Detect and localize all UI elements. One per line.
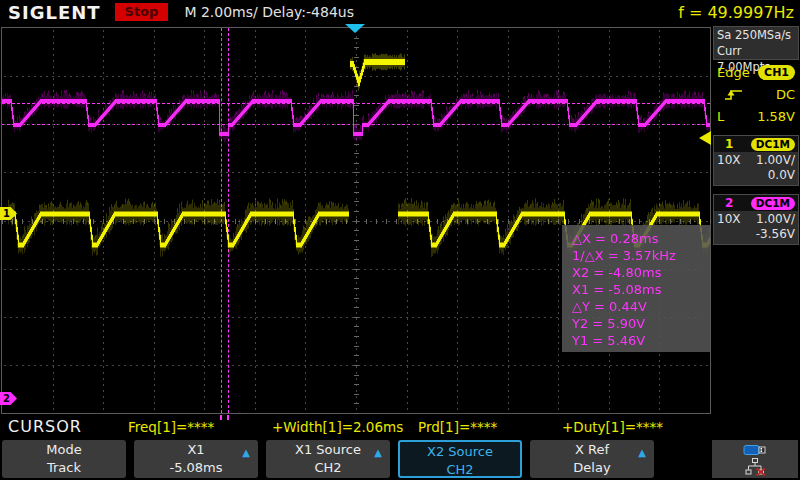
measurement-duty: +Duty[1]=**** bbox=[562, 419, 663, 435]
trigger-level-label: L bbox=[717, 109, 724, 124]
cursor-delta-y: △Y = 0.44V bbox=[572, 298, 710, 315]
acquisition-status-badge: Stop bbox=[115, 3, 169, 21]
softkey-x1-button[interactable]: ▲ X1 -5.08ms bbox=[134, 440, 258, 478]
ch2-coupling-badge: DC1M bbox=[751, 197, 795, 210]
softkey-title: X2 Source bbox=[400, 443, 520, 461]
softkey-mode-button[interactable]: Mode Track bbox=[2, 440, 126, 478]
cursor-delta-x: △X = 0.28ms bbox=[572, 230, 710, 247]
up-arrow-icon: ▲ bbox=[242, 444, 250, 462]
softkey-value: -5.08ms bbox=[134, 459, 258, 477]
cursor-x1-indicator bbox=[220, 415, 222, 420]
usb-icon bbox=[743, 443, 767, 457]
softkey-x2-source-button[interactable]: X2 Source CH2 bbox=[398, 440, 522, 478]
up-arrow-icon: ▲ bbox=[374, 444, 382, 462]
trigger-level-value: 1.58V bbox=[757, 109, 795, 124]
softkey-value: Delay bbox=[530, 459, 654, 477]
measurement-freq: Freq[1]=**** bbox=[128, 419, 214, 435]
ch2-offset: -3.56V bbox=[717, 227, 795, 242]
softkey-menu: Mode Track ▲ X1 -5.08ms ▲ X1 Source CH2 … bbox=[0, 440, 800, 478]
waveform-area: 1 2 △X = 0.28ms 1/△X = 3.57kHz X2 = -4.8… bbox=[0, 24, 712, 415]
trigger-frequency-readout: f = 49.9997Hz bbox=[678, 3, 794, 22]
waveform-display bbox=[0, 24, 712, 415]
softkey-title: Mode bbox=[2, 441, 126, 459]
softkey-xref-button[interactable]: ▲ X Ref Delay bbox=[530, 440, 654, 478]
sidebar: Sa 250MSa/s Curr 7.00Mpts Edge CH1 DC L … bbox=[712, 24, 800, 415]
measurement-bar: CURSOR Freq[1]=**** +Width[1]=2.06ms Prd… bbox=[0, 415, 712, 438]
ch1-probe: 10X bbox=[717, 153, 741, 168]
oscilloscope-screen: SIGLENT Stop M 2.00ms/ Delay:-484us f = … bbox=[0, 0, 800, 480]
ch2-number: 2 bbox=[717, 196, 733, 210]
cursor-y2-value: Y2 = 5.90V bbox=[572, 315, 710, 332]
rising-edge-icon bbox=[723, 88, 745, 102]
ch1-offset: 0.0V bbox=[717, 168, 795, 183]
header-bar: SIGLENT Stop M 2.00ms/ Delay:-484us f = … bbox=[0, 0, 800, 24]
cursor-x2-value: X2 = -4.80ms bbox=[572, 264, 710, 281]
ch1-number: 1 bbox=[717, 137, 733, 151]
cursor-y1-value: Y1 = 5.46V bbox=[572, 332, 710, 349]
softkey-title: X1 bbox=[134, 441, 258, 459]
trigger-level-marker[interactable] bbox=[699, 131, 711, 145]
up-arrow-icon: ▲ bbox=[638, 444, 646, 462]
channel1-info[interactable]: 1 DC1M 10X 1.00V/ 0.0V bbox=[713, 135, 799, 186]
ch1-coupling-badge: DC1M bbox=[751, 138, 795, 151]
channel2-info[interactable]: 2 DC1M 10X 1.00V/ -3.56V bbox=[713, 194, 799, 245]
measurement-pwidth: +Width[1]=2.06ms bbox=[272, 419, 403, 435]
ch2-scale: 1.00V/ bbox=[756, 212, 795, 227]
softkey-value: Track bbox=[2, 459, 126, 477]
softkey-x1-source-button[interactable]: ▲ X1 Source CH2 bbox=[266, 440, 390, 478]
trigger-position-marker[interactable] bbox=[345, 24, 365, 33]
cursor-x2-indicator bbox=[227, 415, 229, 420]
acquisition-info: Sa 250MSa/s Curr 7.00Mpts bbox=[713, 26, 799, 60]
io-status-panel bbox=[712, 440, 798, 478]
softkey-title: X1 Source bbox=[266, 441, 390, 459]
cursor-inv-delta-x: 1/△X = 3.57kHz bbox=[572, 247, 710, 264]
trigger-source-badge[interactable]: CH1 bbox=[758, 65, 795, 80]
timebase-readout: M 2.00ms/ Delay:-484us bbox=[184, 4, 354, 20]
ch1-scale: 1.00V/ bbox=[756, 153, 795, 168]
softkey-title: X Ref bbox=[530, 441, 654, 459]
softkey-value: CH2 bbox=[400, 461, 520, 479]
softkey-value: CH2 bbox=[266, 459, 390, 477]
brand-logo: SIGLENT bbox=[8, 2, 101, 23]
sample-rate: Sa 250MSa/s bbox=[717, 27, 798, 43]
lan-disconnected-icon bbox=[745, 458, 766, 476]
trigger-mode-label: Edge bbox=[717, 65, 750, 80]
ch2-probe: 10X bbox=[717, 212, 741, 227]
cursor-x1-value: X1 = -5.08ms bbox=[572, 281, 710, 298]
active-menu-label: CURSOR bbox=[8, 417, 82, 436]
measurement-period: Prd[1]=**** bbox=[418, 419, 497, 435]
trigger-coupling: DC bbox=[776, 87, 795, 102]
cursor-readout-panel: △X = 0.28ms 1/△X = 3.57kHz X2 = -4.80ms … bbox=[562, 225, 710, 352]
